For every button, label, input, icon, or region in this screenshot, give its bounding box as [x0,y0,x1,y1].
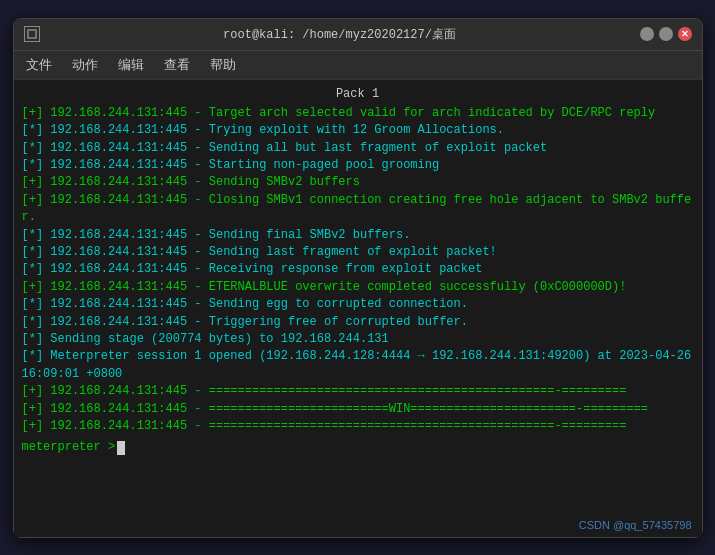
terminal-line: [*] 192.168.244.131:445 - Sending egg to… [22,296,694,313]
prompt-line[interactable]: meterpreter > [22,439,694,456]
terminal-line: [*] 192.168.244.131:445 - Sending all bu… [22,140,694,157]
terminal-body[interactable]: Pack 1 [+] 192.168.244.131:445 - Target … [14,80,702,537]
terminal-line: [*] 192.168.244.131:445 - Sending last f… [22,244,694,261]
terminal-line: [+] 192.168.244.131:445 - ==============… [22,401,694,418]
minimize-button[interactable] [640,27,654,41]
terminal-line: [*] 192.168.244.131:445 - Trying exploit… [22,122,694,139]
window-title: root@kali: /home/myz20202127/桌面 [40,26,640,43]
titlebar: root@kali: /home/myz20202127/桌面 ✕ [14,19,702,51]
terminal-line: [*] 192.168.244.131:445 - Sending final … [22,227,694,244]
menu-action[interactable]: 动作 [68,54,102,76]
terminal-line: [*] 192.168.244.131:445 - Receiving resp… [22,261,694,278]
close-button[interactable]: ✕ [678,27,692,41]
terminal-line: [*] Sending stage (200774 bytes) to 192.… [22,331,694,348]
terminal-line: [*] 192.168.244.131:445 - Starting non-p… [22,157,694,174]
terminal-line: [+] 192.168.244.131:445 - ==============… [22,383,694,400]
terminal-line: [+] 192.168.244.131:445 - Sending SMBv2 … [22,174,694,191]
terminal-line: [+] 192.168.244.131:445 - Closing SMBv1 … [22,192,694,227]
terminal-line: [+] 192.168.244.131:445 - ==============… [22,418,694,435]
watermark: CSDN @qq_57435798 [579,519,692,531]
window-icon [24,26,40,42]
window-controls: ✕ [640,27,692,41]
cursor [117,441,125,455]
terminal-line: [*] Meterpreter session 1 opened (192.16… [22,348,694,383]
pack-label: Pack 1 [22,86,694,103]
menu-file[interactable]: 文件 [22,54,56,76]
terminal-window: root@kali: /home/myz20202127/桌面 ✕ 文件 动作 … [13,18,703,538]
menubar: 文件 动作 编辑 查看 帮助 [14,51,702,80]
terminal-line: [+] 192.168.244.131:445 - ETERNALBLUE ov… [22,279,694,296]
titlebar-left [24,26,40,42]
terminal-line: [+] 192.168.244.131:445 - Target arch se… [22,105,694,122]
menu-view[interactable]: 查看 [160,54,194,76]
maximize-button[interactable] [659,27,673,41]
prompt-text: meterpreter > [22,439,116,456]
menu-help[interactable]: 帮助 [206,54,240,76]
menu-edit[interactable]: 编辑 [114,54,148,76]
svg-rect-0 [28,30,36,38]
terminal-line: [*] 192.168.244.131:445 - Triggering fre… [22,314,694,331]
